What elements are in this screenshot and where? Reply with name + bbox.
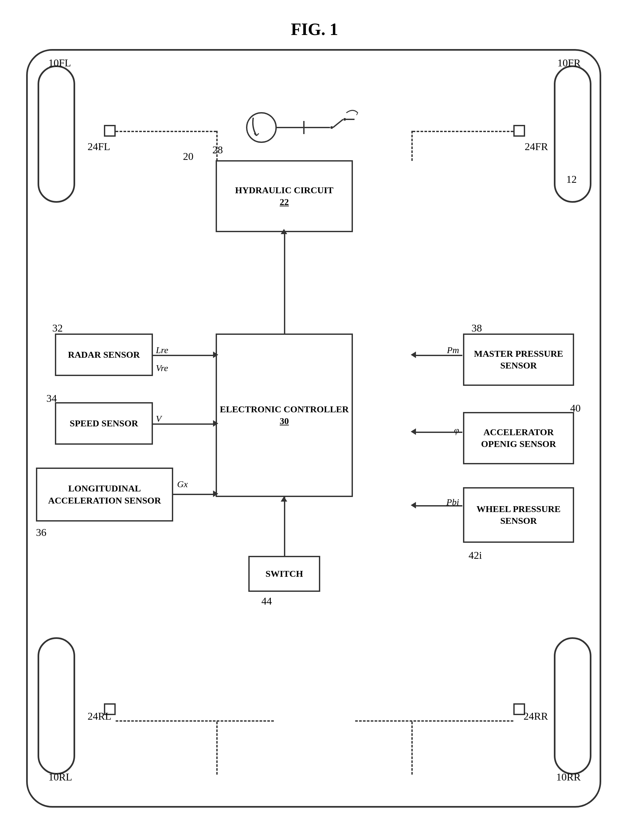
longitudinal-sensor-label: LONGITUDINAL ACCELERATION SENSOR [37,483,172,507]
sig-phi: φ [454,425,459,436]
label-tire-rr: 10RR [556,771,581,783]
tire-rl [38,637,75,775]
arrow-accel-ec [411,428,416,435]
arrow-ec-hc [281,229,287,234]
master-pressure-sensor-box: MASTER PRESSURE SENSOR [463,333,574,386]
pump-symbol [203,95,366,164]
electronic-controller-box: ELECTRONIC CONTROLLER 30 [216,333,353,497]
line-accel-ec [413,432,462,433]
line-radar-ec [153,355,216,356]
sig-v: V [156,414,161,424]
speed-sensor-label: SPEED SENSOR [69,418,138,429]
brake-actuator-fr [513,125,525,137]
sig-vre: Vre [156,363,168,373]
svg-point-7 [344,118,346,121]
svg-point-0 [247,113,276,142]
ref-20: 20 [183,150,194,163]
switch-box: SWITCH [248,556,320,592]
electronic-controller-num: 30 [280,415,289,427]
line-rr-v [411,722,413,775]
figure-title: FIG. 1 [0,20,629,39]
label-tire-fr: 10FR [557,57,581,69]
ref-34: 34 [46,392,57,404]
line-fr-hydraulic [413,131,513,132]
arrow-master-ec [411,352,416,358]
label-tire-rl: 10RL [48,771,72,783]
speed-sensor-box: SPEED SENSOR [55,402,153,445]
label-brake-rl: 24RL [88,710,112,722]
arrow-wheel-ec [411,502,416,508]
line-wheel-ec [413,505,462,507]
ref-36: 36 [36,526,46,538]
label-tire-fl: 10FL [48,57,71,69]
sig-gx: Gx [177,479,188,489]
wheel-pressure-sensor-label: WHEEL PRESSURE SENSOR [464,503,573,527]
ref-38: 38 [471,322,482,334]
line-switch-ec [284,497,285,556]
ref-42i: 42i [468,549,482,561]
line-speed-ec [153,423,216,425]
arrow-radar-ec [213,352,218,358]
sig-lre: Lre [156,345,168,355]
accelerator-sensor-label: ACCELERATOR OPENIG SENSOR [464,426,573,450]
longitudinal-sensor-box: LONGITUDINAL ACCELERATION SENSOR [36,467,173,521]
arrow-long-ec [213,491,218,497]
svg-line-6 [333,119,343,128]
radar-sensor-box: RADAR SENSOR [55,333,153,376]
line-rr-h [355,720,513,722]
page: FIG. 1 10FL 10FR 10RL 10RR 24FL 24FR 24R… [0,0,629,840]
arrow-switch-ec [281,496,287,502]
hydraulic-circuit-label: HYDRAULIC CIRCUIT [235,185,333,196]
line-long-ec [173,494,216,495]
radar-sensor-label: RADAR SENSOR [68,349,140,361]
tire-fl [38,65,75,203]
tire-rr [554,637,591,775]
line-hc-ec [284,232,285,334]
wheel-pressure-sensor-box: WHEEL PRESSURE SENSOR [463,487,574,543]
sig-pm: Pm [447,345,459,355]
label-brake-fr: 24FR [525,141,548,153]
hydraulic-circuit-num: 22 [280,196,289,208]
ref-12: 12 [566,173,577,185]
brake-actuator-fl [104,125,116,137]
ref-44: 44 [262,595,272,607]
line-rl-h [116,720,274,722]
label-brake-fl: 24FL [88,141,110,153]
line-fr-v [411,131,413,161]
accelerator-sensor-box: ACCELERATOR OPENIG SENSOR [463,412,574,464]
switch-label: SWITCH [265,568,303,580]
ref-32: 32 [52,322,63,334]
line-master-ec [413,355,462,356]
electronic-controller-label: ELECTRONIC CONTROLLER [220,404,348,415]
master-pressure-sensor-label: MASTER PRESSURE SENSOR [464,348,573,372]
ref-40: 40 [570,402,581,414]
line-rl-v [216,722,218,775]
arrow-speed-ec [213,420,218,427]
svg-point-5 [330,126,333,129]
label-brake-rr: 24RR [523,710,548,722]
hydraulic-circuit-box: HYDRAULIC CIRCUIT 22 [216,160,353,232]
line-fl-hydraulic [116,131,216,132]
